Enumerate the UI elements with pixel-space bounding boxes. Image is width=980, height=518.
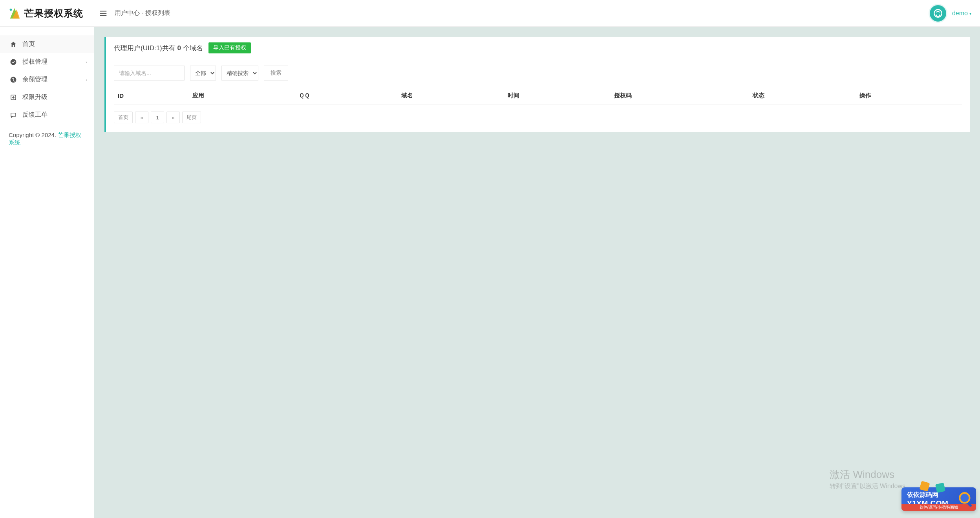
svg-rect-11 (967, 502, 972, 507)
th-id: ID (114, 87, 188, 104)
filter-row: 全部 精确搜索 搜索 (106, 59, 970, 87)
domain-input[interactable] (114, 66, 185, 81)
panel-header: 代理用户(UID:1)共有 0 个域名 导入已有授权 (106, 37, 970, 59)
menu-toggle-icon[interactable] (99, 9, 108, 18)
avatar[interactable] (929, 4, 947, 23)
sidebar-item-label: 首页 (22, 40, 35, 48)
pagination: 首页 « 1 » 尾页 (106, 104, 970, 132)
sidebar-item-label: 余额管理 (22, 75, 48, 84)
user-menu[interactable]: demo ▾ (952, 10, 971, 17)
logo-text: 芒果授权系统 (24, 7, 83, 20)
page-last[interactable]: 尾页 (182, 112, 201, 123)
th-code: 授权码 (610, 87, 749, 104)
table-wrap: ID 应用 ＱＱ 域名 时间 授权码 状态 操作 (106, 87, 970, 104)
page-prev[interactable]: « (135, 112, 148, 123)
sidebar: 首页 授权管理 › 余额管理 › 权限升级 反馈工单 Copyright © 2… (0, 27, 94, 518)
logo-icon (7, 6, 22, 21)
import-button[interactable]: 导入已有授权 (208, 42, 251, 53)
sidebar-item-label: 授权管理 (22, 58, 48, 66)
chevron-right-icon: › (86, 60, 87, 64)
auth-table: ID 应用 ＱＱ 域名 时间 授权码 状态 操作 (114, 87, 962, 104)
th-status: 状态 (749, 87, 855, 104)
watermark-line2: 转到"设置"以激活 Windows (830, 482, 905, 491)
chevron-right-icon: › (86, 77, 87, 82)
home-icon (10, 41, 17, 48)
balance-icon (10, 76, 17, 83)
sidebar-item-label: 权限升级 (22, 93, 48, 101)
corner-badge: 依依源码网 Y1YM.COM 软件/源码/小程序/商城 (901, 487, 976, 511)
th-action: 操作 (856, 87, 962, 104)
copyright-text: Copyright © 2024. (9, 132, 58, 138)
svg-point-10 (960, 493, 969, 503)
username: demo (952, 10, 968, 17)
th-time: 时间 (504, 87, 610, 104)
page-1[interactable]: 1 (151, 112, 164, 123)
sidebar-item-home[interactable]: 首页 (0, 35, 94, 53)
th-app: 应用 (188, 87, 295, 104)
chat-icon (10, 112, 17, 119)
svg-point-0 (10, 8, 12, 11)
breadcrumb: 用户中心 - 授权列表 (115, 9, 170, 17)
search-button[interactable]: 搜索 (264, 66, 288, 81)
sidebar-item-label: 反馈工单 (22, 111, 48, 119)
sidebar-item-auth[interactable]: 授权管理 › (0, 53, 94, 71)
domain-count: 0 (177, 44, 181, 52)
sidebar-item-feedback[interactable]: 反馈工单 (0, 106, 94, 124)
panel-title-suffix: 个域名 (181, 44, 203, 52)
magnifier-icon (958, 491, 975, 508)
panel: 代理用户(UID:1)共有 0 个域名 导入已有授权 全部 精确搜索 搜索 ID… (104, 37, 970, 132)
chevron-down-icon: ▾ (969, 11, 971, 16)
page-next[interactable]: » (166, 112, 180, 123)
filter-match-select[interactable]: 精确搜索 (221, 66, 258, 81)
topbar-right: demo ▾ (929, 0, 971, 27)
th-qq: ＱＱ (295, 87, 397, 104)
filter-app-select[interactable]: 全部 (190, 66, 216, 81)
panel-title-prefix: 代理用户(UID:1)共有 (114, 44, 177, 52)
panel-title: 代理用户(UID:1)共有 0 个域名 (114, 44, 203, 53)
sidebar-item-upgrade[interactable]: 权限升级 (0, 88, 94, 106)
logo-area: 芒果授权系统 (0, 6, 94, 21)
watermark-line1: 激活 Windows (830, 468, 905, 481)
page-first[interactable]: 首页 (114, 112, 133, 123)
main: 代理用户(UID:1)共有 0 个域名 导入已有授权 全部 精确搜索 搜索 ID… (94, 27, 980, 518)
nav: 首页 授权管理 › 余额管理 › 权限升级 反馈工单 (0, 27, 94, 124)
th-domain: 域名 (397, 87, 504, 104)
plus-square-icon (10, 94, 17, 101)
topbar: 芒果授权系统 用户中心 - 授权列表 demo ▾ (0, 0, 980, 27)
windows-watermark: 激活 Windows 转到"设置"以激活 Windows (830, 468, 905, 491)
check-circle-icon (10, 59, 17, 66)
copyright: Copyright © 2024. 芒果授权系统 (0, 124, 94, 154)
svg-point-5 (11, 59, 16, 65)
corner-line1: 依依源码网 (907, 491, 938, 499)
sidebar-item-balance[interactable]: 余额管理 › (0, 71, 94, 88)
